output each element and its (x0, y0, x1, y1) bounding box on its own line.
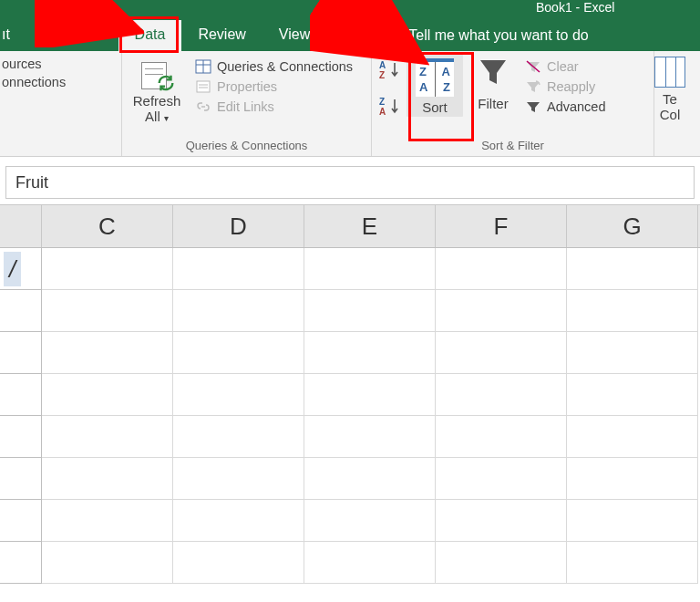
cell[interactable] (304, 248, 436, 290)
col-header-F[interactable]: F (436, 205, 567, 247)
reapply-button[interactable]: Reapply (525, 77, 606, 97)
reapply-label: Reapply (547, 79, 595, 94)
cell[interactable] (567, 248, 698, 290)
svg-text:A: A (379, 107, 386, 117)
cell[interactable] (42, 416, 173, 458)
cell[interactable] (173, 500, 304, 542)
cell[interactable] (42, 374, 173, 416)
svg-text:Z: Z (379, 70, 385, 80)
cell[interactable] (567, 416, 698, 458)
clear-filter-button[interactable]: Clear (525, 57, 606, 77)
refresh-dropdown-caret-icon[interactable]: ▾ (164, 113, 169, 123)
cell[interactable] (173, 248, 304, 290)
tell-me-label: Tell me what you want to do (408, 27, 588, 44)
cell[interactable] (42, 290, 173, 332)
cell[interactable] (304, 374, 436, 416)
ribbon-group-queries: Refresh All ▾ Queries & Connections (122, 51, 372, 156)
row-header[interactable] (0, 290, 42, 332)
refresh-icon (139, 57, 174, 91)
properties-button[interactable]: Properties (195, 77, 353, 97)
sort-label: Sort (407, 99, 463, 115)
row-header[interactable] (0, 500, 42, 542)
title-bar: Book1 - Excel (0, 0, 700, 20)
col-header-E[interactable]: E (304, 205, 436, 247)
cell[interactable] (42, 500, 173, 542)
cell[interactable] (436, 374, 567, 416)
clear-icon (525, 59, 541, 74)
row-header[interactable] (0, 458, 42, 500)
header-corner[interactable] (0, 205, 42, 247)
worksheet-grid[interactable]: / (0, 248, 700, 584)
tab-data[interactable]: Data (118, 20, 182, 51)
cell[interactable] (567, 332, 698, 374)
edit-links-button[interactable]: Edit Links (195, 97, 353, 117)
queries-icon (195, 59, 211, 74)
properties-label: Properties (217, 79, 277, 94)
cell[interactable] (173, 416, 304, 458)
row-header[interactable] (0, 542, 42, 584)
ribbon-group-getdata-partial: ources onnections (0, 51, 122, 156)
lightbulb-icon (383, 27, 399, 44)
cell[interactable] (436, 416, 567, 458)
ribbon-tabs: ıt Formulas Data Review View Tell me wha… (0, 20, 700, 51)
cell[interactable] (42, 332, 173, 374)
cell[interactable] (42, 542, 173, 584)
cell[interactable] (436, 458, 567, 500)
tab-review[interactable]: Review (181, 20, 262, 51)
cell[interactable] (173, 374, 304, 416)
text-to-columns-icon (654, 57, 685, 88)
formula-bar[interactable]: Fruit (5, 166, 695, 199)
sort-za-button[interactable]: Z A (379, 97, 401, 117)
cell[interactable] (304, 332, 436, 374)
cell[interactable] (304, 416, 436, 458)
refresh-all-button[interactable]: Refresh All ▾ (122, 51, 191, 126)
svg-text:Z: Z (379, 97, 385, 107)
cell[interactable] (173, 332, 304, 374)
row-header[interactable] (0, 416, 42, 458)
svg-text:A: A (379, 60, 386, 70)
cell[interactable] (567, 374, 698, 416)
cell[interactable] (304, 542, 436, 584)
funnel-icon (477, 57, 510, 88)
sort-az-button[interactable]: A Z (379, 60, 401, 80)
sort-button[interactable]: Z A A Z Sort (407, 53, 463, 117)
cell[interactable] (42, 458, 173, 500)
queries-connections-label: Queries & Connections (217, 59, 353, 74)
cell[interactable] (173, 290, 304, 332)
cell[interactable] (304, 290, 436, 332)
cell[interactable] (567, 290, 698, 332)
group-label-blank (0, 137, 121, 156)
cell[interactable] (567, 542, 698, 584)
col-header-D[interactable]: D (173, 205, 304, 247)
cell[interactable] (436, 332, 567, 374)
cell[interactable] (173, 542, 304, 584)
advanced-filter-button[interactable]: Advanced (525, 97, 606, 117)
text-to-columns-button[interactable]: Te Col (654, 51, 685, 122)
queries-connections-button[interactable]: Queries & Connections (195, 57, 353, 77)
cell[interactable] (173, 458, 304, 500)
refresh-label-1: Refresh (122, 93, 191, 109)
cell[interactable] (436, 542, 567, 584)
cell[interactable] (567, 500, 698, 542)
tell-me-search[interactable]: Tell me what you want to do (383, 20, 588, 51)
col-header-C[interactable]: C (42, 205, 173, 247)
filter-button[interactable]: Filter (465, 51, 521, 117)
cell[interactable] (304, 500, 436, 542)
ribbon-group-datatools-partial: Te Col (654, 51, 698, 156)
existing-sources-partial[interactable]: ources (2, 55, 66, 73)
tab-partial[interactable]: ıt (0, 20, 25, 51)
cell[interactable] (436, 290, 567, 332)
properties-icon (195, 79, 211, 94)
cell[interactable] (567, 458, 698, 500)
group-label-queries: Queries & Connections (122, 137, 371, 156)
row-header[interactable] (0, 374, 42, 416)
tab-formulas[interactable]: Formulas (25, 20, 118, 51)
tab-view[interactable]: View (262, 20, 326, 51)
cell[interactable] (436, 248, 567, 290)
cell[interactable] (436, 500, 567, 542)
cell[interactable] (42, 248, 173, 290)
col-header-G[interactable]: G (567, 205, 698, 247)
cell[interactable] (304, 458, 436, 500)
existing-connections-partial[interactable]: onnections (2, 73, 66, 91)
row-header[interactable] (0, 332, 42, 374)
